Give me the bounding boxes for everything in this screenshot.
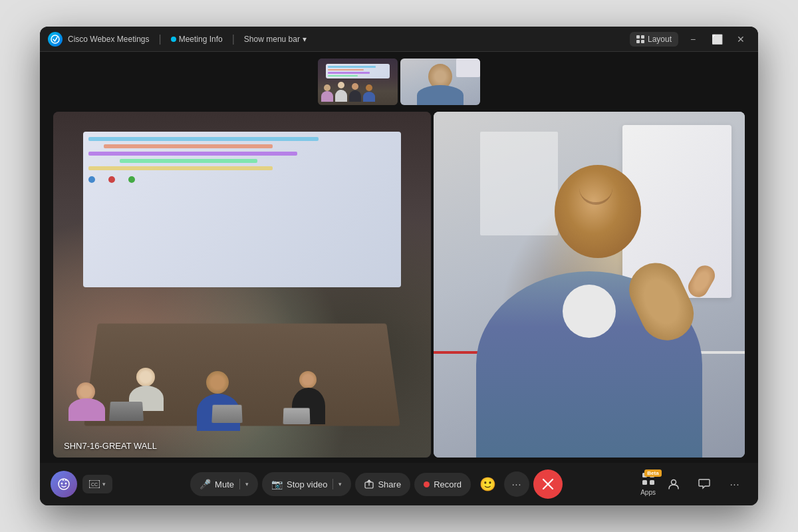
svg-text:CC: CC [91, 482, 98, 487]
content-area: SHN7-16-GREAT WALL ☆ [40, 52, 758, 463]
ai-assistant-button[interactable] [51, 471, 77, 497]
window-controls: − ⬜ ✕ [684, 30, 750, 49]
chevron-down-icon: ▾ [303, 35, 307, 44]
maximize-button[interactable]: ⬜ [708, 30, 726, 49]
video-panel-left: SHN7-16-GREAT WALL [53, 112, 431, 458]
svg-point-7 [65, 483, 67, 485]
show-menu-bar-label: Show menu bar [244, 35, 300, 44]
video-divider [332, 479, 333, 489]
minimize-button[interactable]: − [684, 30, 702, 49]
meeting-info-btn[interactable]: Meeting Info [171, 35, 223, 44]
svg-rect-14 [650, 480, 654, 485]
show-menu-bar-btn[interactable]: Show menu bar ▾ [244, 35, 307, 44]
share-icon [364, 479, 374, 489]
separator-1: | [159, 33, 162, 45]
separator-2: | [232, 33, 235, 45]
app-title: Cisco Webex Meetings [68, 35, 150, 44]
captions-icon: CC [89, 480, 100, 488]
microphone-icon: 🎤 [200, 479, 211, 489]
end-call-button[interactable] [533, 469, 563, 499]
record-indicator [424, 481, 430, 487]
participants-icon [668, 478, 680, 490]
svg-rect-2 [641, 35, 644, 39]
svg-point-15 [672, 480, 676, 485]
close-button[interactable]: ✕ [732, 30, 750, 49]
end-call-icon [541, 477, 555, 491]
captions-button[interactable]: CC ▾ [82, 475, 112, 493]
more-options-button[interactable]: ··· [504, 471, 529, 497]
record-button[interactable]: Record [414, 473, 471, 496]
stop-video-label: Stop video [287, 479, 327, 489]
participants-button[interactable] [661, 471, 686, 497]
more-right-button[interactable]: ··· [722, 471, 747, 497]
layout-icon [636, 35, 644, 43]
apps-label: Apps [640, 489, 656, 496]
toolbar-center: 🎤 Mute ▾ 📷 Stop video ▾ Share [116, 469, 636, 499]
mute-button[interactable]: 🎤 Mute ▾ [190, 472, 258, 496]
svg-point-0 [51, 35, 59, 43]
chat-icon [698, 478, 710, 490]
toolbar: CC ▾ 🎤 Mute ▾ 📷 Stop video ▾ [40, 463, 758, 505]
share-label: Share [378, 479, 401, 489]
ai-icon [57, 477, 70, 491]
video-expand-icon: ▾ [338, 481, 342, 487]
more-right-icon: ··· [730, 479, 740, 489]
record-label: Record [434, 479, 462, 489]
apps-icon-wrapper: Beta [642, 472, 655, 487]
main-window: Cisco Webex Meetings | Meeting Info | Sh… [40, 27, 758, 505]
share-button[interactable]: Share [355, 473, 410, 496]
more-options-icon: ··· [512, 479, 522, 489]
mute-label: Mute [215, 479, 234, 489]
meeting-info-dot [171, 37, 176, 42]
svg-point-6 [61, 483, 63, 485]
webex-logo [48, 32, 63, 47]
title-bar: Cisco Webex Meetings | Meeting Info | Sh… [40, 27, 758, 52]
svg-rect-13 [642, 480, 647, 485]
toolbar-left: CC ▾ [51, 471, 112, 497]
mute-expand-icon: ▾ [245, 481, 249, 487]
apps-button[interactable]: Beta Apps [640, 472, 656, 496]
svg-rect-3 [636, 40, 640, 43]
thumbnail-group[interactable] [318, 59, 398, 105]
thumbnail-individual[interactable] [400, 59, 480, 105]
toolbar-right: Beta Apps ··· [640, 471, 747, 497]
camera-icon: 📷 [271, 479, 283, 489]
layout-label: Layout [648, 35, 672, 44]
beta-badge: Beta [644, 469, 661, 477]
svg-rect-1 [636, 35, 640, 39]
meeting-info-label: Meeting Info [179, 35, 223, 44]
layout-button[interactable]: Layout [630, 32, 678, 47]
chat-button[interactable] [692, 471, 717, 497]
emoji-icon: 🙂 [479, 476, 496, 492]
video-grid: SHN7-16-GREAT WALL ☆ [40, 109, 758, 463]
svg-rect-4 [641, 40, 644, 43]
reactions-button[interactable]: 🙂 [475, 471, 500, 497]
captions-chevron: ▾ [102, 481, 106, 487]
video-panel-right: ☆ [434, 112, 745, 458]
stop-video-button[interactable]: 📷 Stop video ▾ [262, 472, 351, 496]
thumbnail-strip [40, 52, 758, 109]
room-label: SHN7-16-GREAT WALL [64, 441, 157, 451]
mute-chevron-icon [239, 479, 240, 489]
title-bar-left: Cisco Webex Meetings | Meeting Info | Sh… [48, 32, 684, 47]
